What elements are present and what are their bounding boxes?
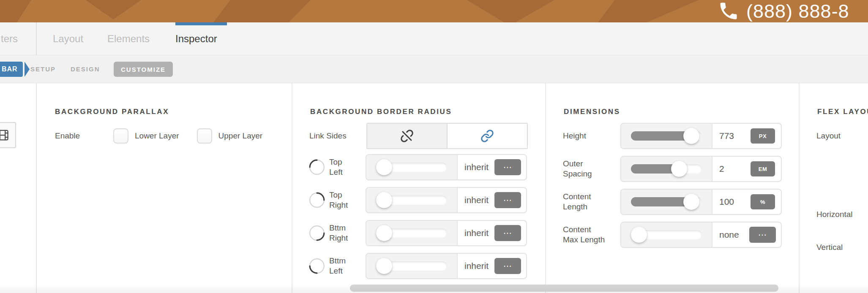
dimension-row-outer-spacing: Outer Spacing 2 EM xyxy=(545,156,782,182)
radius-slider[interactable] xyxy=(366,155,458,179)
more-options-button[interactable]: ⋯ xyxy=(494,192,521,208)
content-length-value[interactable]: 100 xyxy=(719,197,734,207)
builder-tab-bar: ters Layout Elements Inspector xyxy=(0,22,868,55)
corner-label: Top Left xyxy=(329,157,366,177)
dimension-row-height: Height 773 PX xyxy=(545,123,782,149)
radius-slider-group: inherit ⋯ xyxy=(366,187,527,213)
upper-layer-label: Upper Layer xyxy=(218,131,263,141)
slider-handle[interactable] xyxy=(683,128,699,144)
outer-spacing-value[interactable]: 2 xyxy=(719,164,724,174)
content-max-length-value[interactable]: none xyxy=(719,230,739,240)
horizontal-scrollbar[interactable] xyxy=(350,285,778,292)
slider-track xyxy=(376,163,447,172)
upper-layer-checkbox[interactable] xyxy=(197,128,212,144)
more-options-button[interactable]: ⋯ xyxy=(494,225,521,241)
site-preview-header: (888) 888-8 xyxy=(0,0,868,22)
more-options-button[interactable]: ⋯ xyxy=(749,227,776,243)
value-zone: none ⋯ xyxy=(712,222,781,247)
corner-bottom-right-icon xyxy=(308,225,325,241)
tab-fragment-clipped[interactable]: ters xyxy=(1,22,18,55)
value-zone: inherit ⋯ xyxy=(458,221,526,245)
builder-screen: (888) 888-8 ters Layout Elements Inspect… xyxy=(0,0,868,293)
slider-handle[interactable] xyxy=(376,225,392,241)
tab-inspector[interactable]: Inspector xyxy=(175,22,217,55)
slider-handle[interactable] xyxy=(376,192,392,208)
parallax-enable-row: Enable Lower Layer Upper Layer xyxy=(55,128,262,144)
link-sides-toggle-group xyxy=(366,123,528,149)
more-options-button[interactable]: ⋯ xyxy=(494,159,521,175)
slider-track xyxy=(631,197,702,206)
unlink-sides-button[interactable] xyxy=(367,124,448,148)
inspector-step-bar: BAR SETUP DESIGN CUSTOMIZE xyxy=(0,55,868,83)
corner-top-left-icon xyxy=(308,159,325,176)
panel-title: BACKGROUND BORDER RADIUS xyxy=(310,108,452,116)
step-setup[interactable]: SETUP xyxy=(30,55,56,83)
radius-value[interactable]: inherit xyxy=(464,162,489,172)
radius-slider[interactable] xyxy=(366,254,458,278)
element-badge-bar[interactable]: BAR xyxy=(0,62,23,77)
corner-row-bottom-right: Bttm Right inherit ⋯ xyxy=(292,220,527,246)
more-options-button[interactable]: ⋯ xyxy=(494,258,521,274)
value-zone: inherit ⋯ xyxy=(458,155,526,179)
element-badge-label: BAR xyxy=(2,65,18,73)
slider-track xyxy=(631,164,702,174)
film-strip-icon xyxy=(0,129,9,141)
height-slider[interactable] xyxy=(621,124,712,148)
link-sides-label: Link Sides xyxy=(309,131,366,141)
slider-handle[interactable] xyxy=(631,227,647,243)
radius-value[interactable]: inherit xyxy=(464,228,489,238)
slider-handle[interactable] xyxy=(683,194,699,210)
tab-elements[interactable]: Elements xyxy=(107,22,150,55)
slider-handle[interactable] xyxy=(376,258,392,274)
outer-spacing-slider[interactable] xyxy=(621,157,712,181)
value-zone: inherit ⋯ xyxy=(458,254,526,278)
unlink-icon xyxy=(400,129,414,143)
content-length-slider[interactable] xyxy=(621,190,712,214)
slider-handle[interactable] xyxy=(671,161,687,177)
slider-track xyxy=(631,131,702,141)
dimension-slider-group: 100 % xyxy=(620,189,782,215)
flex-horizontal-label: Horizontal xyxy=(816,210,853,219)
phone-icon xyxy=(718,0,740,22)
value-zone: 100 % xyxy=(712,190,781,214)
step-customize-active[interactable]: CUSTOMIZE xyxy=(114,62,173,77)
slider-handle[interactable] xyxy=(376,159,392,175)
panel-title: FLEX LAYOUT xyxy=(817,108,868,116)
radius-value[interactable]: inherit xyxy=(464,261,489,271)
link-sides-button[interactable] xyxy=(448,124,527,148)
height-value[interactable]: 773 xyxy=(719,131,734,141)
tabbar-divider xyxy=(36,22,37,55)
unit-button[interactable]: EM xyxy=(751,161,775,176)
panel-title: DIMENSIONS xyxy=(564,108,620,116)
dimension-slider-group: 773 PX xyxy=(620,123,782,149)
radius-slider[interactable] xyxy=(366,221,458,245)
value-zone: inherit ⋯ xyxy=(458,188,526,212)
link-sides-row: Link Sides xyxy=(292,123,528,149)
dimension-slider-group: 2 EM xyxy=(620,156,782,182)
radius-slider[interactable] xyxy=(366,188,458,212)
lower-layer-checkbox[interactable] xyxy=(113,128,128,144)
panel-flex-layout: FLEX LAYOUT Layout Horizontal Vertical xyxy=(799,83,868,293)
unit-button[interactable]: % xyxy=(751,194,775,209)
flex-vertical-label: Vertical xyxy=(816,243,843,252)
radius-slider-group: inherit ⋯ xyxy=(366,154,527,180)
corner-row-top-right: Top Right inherit ⋯ xyxy=(292,187,527,213)
corner-label: Bttm Left xyxy=(329,256,366,276)
radius-value[interactable]: inherit xyxy=(464,195,489,205)
preview-phone-block[interactable]: (888) 888-8 xyxy=(718,0,849,22)
dimension-row-content-max-length: Content Max Length none ⋯ xyxy=(545,222,782,248)
corner-bottom-left-icon xyxy=(308,258,325,274)
slider-fill xyxy=(631,131,691,141)
value-zone: 773 PX xyxy=(712,124,781,148)
content-max-length-slider[interactable] xyxy=(621,222,712,247)
corner-row-top-left: Top Left inherit ⋯ xyxy=(292,154,527,180)
corner-label: Top Right xyxy=(329,190,366,210)
unit-button[interactable]: PX xyxy=(751,128,775,144)
radius-slider-group: inherit ⋯ xyxy=(366,253,527,279)
panel-background-parallax: BACKGROUND PARALLAX Enable Lower Layer U… xyxy=(36,83,292,293)
video-background-button[interactable] xyxy=(0,122,16,148)
slider-track xyxy=(376,195,447,205)
corner-row-bottom-left: Bttm Left inherit ⋯ xyxy=(292,253,527,279)
tab-layout[interactable]: Layout xyxy=(53,22,83,55)
step-design[interactable]: DESIGN xyxy=(71,55,100,83)
